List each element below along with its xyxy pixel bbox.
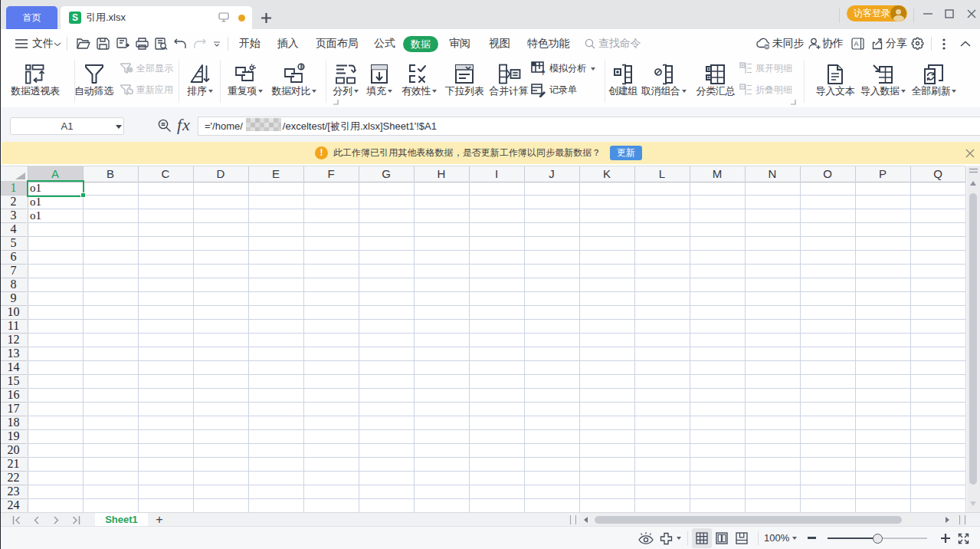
- svg-text:A: A: [854, 40, 859, 48]
- svg-text:?: ?: [541, 69, 546, 76]
